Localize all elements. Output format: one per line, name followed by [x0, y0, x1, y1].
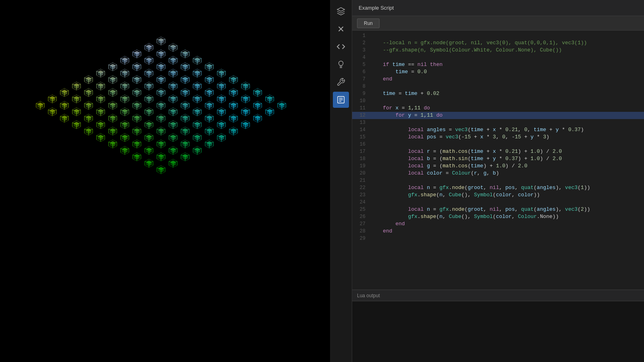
line-number: 3 — [352, 47, 370, 54]
line-number: 16 — [352, 141, 370, 148]
code-area[interactable]: 12 --local n = gfx.node(groot, nil, vec3… — [352, 31, 644, 290]
code-line: 19 local g = (math.cos(time) + 1.0) / 2.… — [352, 162, 644, 170]
output-header: Lua output — [352, 290, 644, 301]
line-number: 1 — [352, 32, 370, 39]
script-header: Example Script — [352, 0, 644, 16]
line-number: 14 — [352, 126, 370, 134]
line-content: time = 0.0 — [370, 68, 644, 76]
sidebar-item-code[interactable] — [333, 39, 349, 55]
line-number: 27 — [352, 220, 370, 228]
code-line: 17 local r = (math.cos(time + x * 0.21) … — [352, 148, 644, 155]
sidebar-item-view[interactable] — [333, 3, 349, 19]
code-line: 27 end — [352, 220, 644, 228]
code-line: 9 time = time + 0.02 — [352, 90, 644, 97]
line-content: for y = 1,11 do — [370, 112, 644, 119]
line-number: 20 — [352, 170, 370, 177]
line-content: for x = 1,11 do — [370, 105, 644, 112]
code-line: 7 end — [352, 76, 644, 83]
line-number: 23 — [352, 191, 370, 199]
line-content: gfx.shape(n, Cube(), Symbol(color, color… — [370, 191, 644, 199]
code-line: 24 — [352, 199, 644, 206]
line-content: local angles = vec3(time + x * 0.21, 0, … — [370, 126, 644, 134]
code-line: 11 for x = 1,11 do — [352, 105, 644, 112]
line-content: end — [370, 228, 644, 235]
code-line: 18 local b = (math.sin(time + y * 0.37) … — [352, 155, 644, 162]
line-number: 25 — [352, 206, 370, 213]
code-line: 25 local n = gfx.node(groot, nil, pos, q… — [352, 206, 644, 213]
line-number: 22 — [352, 184, 370, 191]
line-number: 18 — [352, 155, 370, 162]
line-number: 7 — [352, 76, 370, 83]
line-number: 10 — [352, 97, 370, 105]
code-line: 14 local angles = vec3(time + x * 0.21, … — [352, 126, 644, 134]
code-line: 29 — [352, 235, 644, 242]
line-number: 28 — [352, 228, 370, 235]
code-line: 10 — [352, 97, 644, 105]
code-line: 20 local color = Colour(r, g, b) — [352, 170, 644, 177]
line-content: local b = (math.sin(time + y * 0.37) + 1… — [370, 155, 644, 162]
line-number: 17 — [352, 148, 370, 155]
line-number: 21 — [352, 177, 370, 184]
code-line: 15 local pos = vec3(-15 + x * 3, 0, -15 … — [352, 134, 644, 141]
line-number: 4 — [352, 54, 370, 61]
line-number: 12 — [352, 112, 370, 119]
script-title: Example Script — [359, 5, 394, 11]
code-line: 2 --local n = gfx.node(groot, nil, vec3(… — [352, 39, 644, 47]
3d-viewport[interactable] — [0, 0, 330, 362]
line-number: 9 — [352, 90, 370, 97]
line-number: 6 — [352, 68, 370, 76]
sidebar-item-tools[interactable] — [333, 74, 349, 90]
line-number: 13 — [352, 119, 370, 126]
code-line: 8 — [352, 83, 644, 90]
run-button[interactable]: Run — [357, 19, 380, 28]
line-content: gfx.shape(n, Cube(), Symbol(color, Colou… — [370, 213, 644, 220]
code-line: 22 local n = gfx.node(groot, nil, pos, q… — [352, 184, 644, 191]
line-number: 26 — [352, 213, 370, 220]
line-number: 19 — [352, 162, 370, 170]
line-content: local n = gfx.node(groot, nil, pos, quat… — [370, 206, 644, 213]
code-line: 13 — [352, 119, 644, 126]
code-line: 12 for y = 1,11 do — [352, 112, 644, 119]
line-number: 15 — [352, 134, 370, 141]
line-content: end — [370, 220, 644, 228]
cubes-canvas — [0, 0, 330, 362]
right-panel: Example Script Run 12 --local n = gfx.no… — [352, 0, 644, 362]
line-content: local r = (math.cos(time + x * 0.21) + 1… — [370, 148, 644, 155]
sidebar-item-close[interactable] — [333, 21, 349, 37]
code-line: 16 — [352, 141, 644, 148]
sidebar — [330, 0, 352, 362]
line-content: local pos = vec3(-15 + x * 3, 0, -15 + y… — [370, 134, 644, 141]
output-content — [352, 301, 644, 362]
code-line: 26 gfx.shape(n, Cube(), Symbol(color, Co… — [352, 213, 644, 220]
output-area: Lua output — [352, 290, 644, 362]
line-content: if time == nil then — [370, 61, 644, 68]
sidebar-item-script[interactable] — [333, 92, 349, 108]
line-content: time = time + 0.02 — [370, 90, 644, 97]
code-line: 4 — [352, 54, 644, 61]
code-line: 23 gfx.shape(n, Cube(), Symbol(color, co… — [352, 191, 644, 199]
code-line: 3 --gfx.shape(n, Symbol(Colour.White, Co… — [352, 47, 644, 54]
line-content: end — [370, 76, 644, 83]
line-content: local color = Colour(r, g, b) — [370, 170, 644, 177]
code-line: 1 — [352, 32, 644, 39]
sidebar-item-bulb[interactable] — [333, 56, 349, 72]
toolbar: Run — [352, 16, 644, 31]
line-content: --gfx.shape(n, Symbol(Colour.White, Colo… — [370, 47, 644, 54]
line-number: 29 — [352, 235, 370, 242]
code-line: 28 end — [352, 228, 644, 235]
line-content: --local n = gfx.node(groot, nil, vec3(0)… — [370, 39, 644, 47]
code-line: 6 time = 0.0 — [352, 68, 644, 76]
line-number: 11 — [352, 105, 370, 112]
line-number: 24 — [352, 199, 370, 206]
line-content: local g = (math.cos(time) + 1.0) / 2.0 — [370, 162, 644, 170]
line-number: 8 — [352, 83, 370, 90]
line-content: local n = gfx.node(groot, nil, pos, quat… — [370, 184, 644, 191]
line-number: 2 — [352, 39, 370, 47]
line-number: 5 — [352, 61, 370, 68]
code-line: 5 if time == nil then — [352, 61, 644, 68]
code-line: 21 — [352, 177, 644, 184]
